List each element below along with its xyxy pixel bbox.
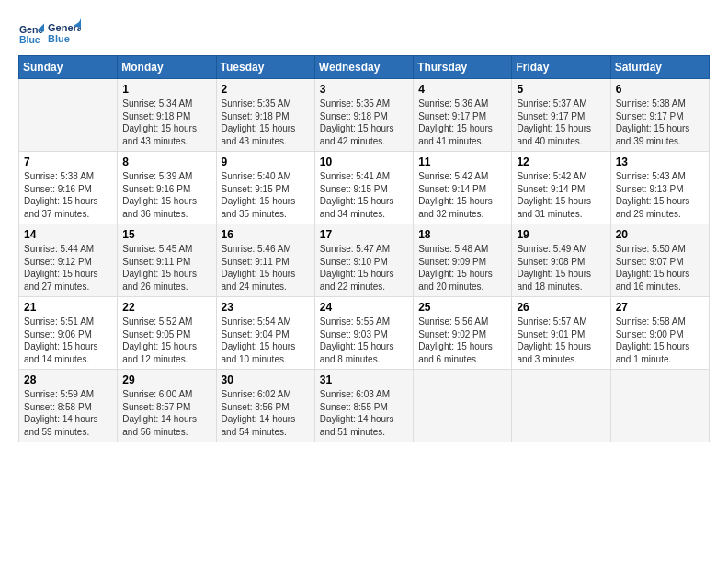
day-info: Sunrise: 5:58 AM Sunset: 9:00 PM Dayligh… xyxy=(616,316,704,365)
main-container: General Blue General Blue Sunda xyxy=(0,0,728,452)
header-day-wednesday: Wednesday xyxy=(314,56,413,79)
logo-bird-icon: General Blue xyxy=(48,17,81,50)
calendar-cell: 26Sunrise: 5:57 AM Sunset: 9:01 PM Dayli… xyxy=(512,297,610,370)
calendar-cell: 22Sunrise: 5:52 AM Sunset: 9:05 PM Dayli… xyxy=(118,297,216,370)
day-info: Sunrise: 5:34 AM Sunset: 9:18 PM Dayligh… xyxy=(122,98,210,147)
calendar-cell: 2Sunrise: 5:35 AM Sunset: 9:18 PM Daylig… xyxy=(216,79,314,152)
calendar-cell: 18Sunrise: 5:48 AM Sunset: 9:09 PM Dayli… xyxy=(414,224,512,297)
day-info: Sunrise: 5:50 AM Sunset: 9:07 PM Dayligh… xyxy=(616,243,704,293)
day-number: 15 xyxy=(122,228,210,241)
day-number: 28 xyxy=(24,373,112,386)
day-number: 4 xyxy=(418,83,506,96)
calendar-cell: 10Sunrise: 5:41 AM Sunset: 9:15 PM Dayli… xyxy=(314,152,413,224)
calendar-cell: 16Sunrise: 5:46 AM Sunset: 9:11 PM Dayli… xyxy=(216,224,314,297)
week-row-2: 7Sunrise: 5:38 AM Sunset: 9:16 PM Daylig… xyxy=(19,152,710,224)
day-number: 2 xyxy=(222,83,310,96)
day-number: 17 xyxy=(320,228,408,241)
calendar-cell xyxy=(610,370,709,442)
day-number: 29 xyxy=(122,373,210,386)
day-info: Sunrise: 5:44 AM Sunset: 9:12 PM Dayligh… xyxy=(24,243,112,293)
header-row: General Blue General Blue xyxy=(18,17,710,50)
day-info: Sunrise: 5:54 AM Sunset: 9:04 PM Dayligh… xyxy=(222,316,310,365)
header-day-thursday: Thursday xyxy=(414,56,512,79)
day-info: Sunrise: 5:56 AM Sunset: 9:02 PM Dayligh… xyxy=(418,316,506,365)
day-info: Sunrise: 5:35 AM Sunset: 9:18 PM Dayligh… xyxy=(222,98,310,147)
day-info: Sunrise: 5:35 AM Sunset: 9:18 PM Dayligh… xyxy=(320,98,408,147)
calendar-cell: 12Sunrise: 5:42 AM Sunset: 9:14 PM Dayli… xyxy=(512,152,610,224)
calendar-table: SundayMondayTuesdayWednesdayThursdayFrid… xyxy=(18,55,710,442)
day-number: 24 xyxy=(320,301,408,314)
day-info: Sunrise: 5:41 AM Sunset: 9:15 PM Dayligh… xyxy=(320,170,408,220)
day-info: Sunrise: 5:46 AM Sunset: 9:11 PM Dayligh… xyxy=(222,243,310,293)
day-info: Sunrise: 6:02 AM Sunset: 8:56 PM Dayligh… xyxy=(222,388,310,438)
day-number: 19 xyxy=(517,228,605,241)
calendar-cell: 8Sunrise: 5:39 AM Sunset: 9:16 PM Daylig… xyxy=(118,152,216,224)
day-info: Sunrise: 5:49 AM Sunset: 9:08 PM Dayligh… xyxy=(517,243,605,293)
day-number: 1 xyxy=(122,83,210,96)
day-info: Sunrise: 5:42 AM Sunset: 9:14 PM Dayligh… xyxy=(517,170,605,220)
day-info: Sunrise: 5:42 AM Sunset: 9:14 PM Dayligh… xyxy=(418,170,506,220)
day-info: Sunrise: 5:48 AM Sunset: 9:09 PM Dayligh… xyxy=(418,243,506,293)
svg-text:General: General xyxy=(48,22,81,33)
day-info: Sunrise: 5:45 AM Sunset: 9:11 PM Dayligh… xyxy=(122,243,210,293)
calendar-cell: 15Sunrise: 5:45 AM Sunset: 9:11 PM Dayli… xyxy=(118,224,216,297)
day-number: 9 xyxy=(222,155,310,168)
calendar-cell: 31Sunrise: 6:03 AM Sunset: 8:55 PM Dayli… xyxy=(314,370,413,442)
day-number: 23 xyxy=(222,301,310,314)
day-number: 21 xyxy=(24,301,112,314)
calendar-cell xyxy=(512,370,610,442)
day-info: Sunrise: 5:59 AM Sunset: 8:58 PM Dayligh… xyxy=(24,388,112,438)
calendar-cell: 29Sunrise: 6:00 AM Sunset: 8:57 PM Dayli… xyxy=(118,370,216,442)
calendar-cell: 14Sunrise: 5:44 AM Sunset: 9:12 PM Dayli… xyxy=(19,224,118,297)
day-number: 10 xyxy=(320,155,408,168)
header-row-days: SundayMondayTuesdayWednesdayThursdayFrid… xyxy=(19,56,710,79)
day-number: 6 xyxy=(616,83,704,96)
day-number: 14 xyxy=(24,228,112,241)
day-number: 5 xyxy=(517,83,605,96)
day-info: Sunrise: 5:55 AM Sunset: 9:03 PM Dayligh… xyxy=(320,316,408,365)
calendar-cell: 17Sunrise: 5:47 AM Sunset: 9:10 PM Dayli… xyxy=(314,224,413,297)
calendar-cell: 20Sunrise: 5:50 AM Sunset: 9:07 PM Dayli… xyxy=(610,224,709,297)
calendar-cell: 19Sunrise: 5:49 AM Sunset: 9:08 PM Dayli… xyxy=(512,224,610,297)
day-number: 31 xyxy=(320,373,408,386)
day-number: 20 xyxy=(616,228,704,241)
calendar-cell: 28Sunrise: 5:59 AM Sunset: 8:58 PM Dayli… xyxy=(19,370,118,442)
day-info: Sunrise: 5:52 AM Sunset: 9:05 PM Dayligh… xyxy=(122,316,210,365)
header-day-sunday: Sunday xyxy=(19,56,118,79)
day-number: 18 xyxy=(418,228,506,241)
day-number: 26 xyxy=(517,301,605,314)
calendar-cell: 4Sunrise: 5:36 AM Sunset: 9:17 PM Daylig… xyxy=(414,79,512,152)
day-number: 22 xyxy=(122,301,210,314)
header-day-tuesday: Tuesday xyxy=(216,56,314,79)
day-info: Sunrise: 5:37 AM Sunset: 9:17 PM Dayligh… xyxy=(517,98,605,147)
day-info: Sunrise: 5:38 AM Sunset: 9:16 PM Dayligh… xyxy=(24,170,112,220)
svg-text:Blue: Blue xyxy=(19,34,40,45)
calendar-cell: 21Sunrise: 5:51 AM Sunset: 9:06 PM Dayli… xyxy=(19,297,118,370)
day-info: Sunrise: 5:57 AM Sunset: 9:01 PM Dayligh… xyxy=(517,316,605,365)
calendar-cell: 11Sunrise: 5:42 AM Sunset: 9:14 PM Dayli… xyxy=(414,152,512,224)
week-row-1: 1Sunrise: 5:34 AM Sunset: 9:18 PM Daylig… xyxy=(19,79,710,152)
day-number: 3 xyxy=(320,83,408,96)
day-info: Sunrise: 5:40 AM Sunset: 9:15 PM Dayligh… xyxy=(222,170,310,220)
calendar-cell: 30Sunrise: 6:02 AM Sunset: 8:56 PM Dayli… xyxy=(216,370,314,442)
header-day-friday: Friday xyxy=(512,56,610,79)
week-row-5: 28Sunrise: 5:59 AM Sunset: 8:58 PM Dayli… xyxy=(19,370,710,442)
day-number: 25 xyxy=(418,301,506,314)
day-info: Sunrise: 5:47 AM Sunset: 9:10 PM Dayligh… xyxy=(320,243,408,293)
logo-icon: General Blue xyxy=(18,20,44,46)
header-day-monday: Monday xyxy=(118,56,216,79)
calendar-cell: 23Sunrise: 5:54 AM Sunset: 9:04 PM Dayli… xyxy=(216,297,314,370)
calendar-cell: 27Sunrise: 5:58 AM Sunset: 9:00 PM Dayli… xyxy=(610,297,709,370)
day-info: Sunrise: 5:51 AM Sunset: 9:06 PM Dayligh… xyxy=(24,316,112,365)
calendar-cell: 24Sunrise: 5:55 AM Sunset: 9:03 PM Dayli… xyxy=(314,297,413,370)
day-number: 11 xyxy=(418,155,506,168)
day-number: 13 xyxy=(616,155,704,168)
calendar-cell: 3Sunrise: 5:35 AM Sunset: 9:18 PM Daylig… xyxy=(314,79,413,152)
calendar-body: 1Sunrise: 5:34 AM Sunset: 9:18 PM Daylig… xyxy=(19,79,710,442)
week-row-3: 14Sunrise: 5:44 AM Sunset: 9:12 PM Dayli… xyxy=(19,224,710,297)
day-number: 27 xyxy=(616,301,704,314)
header-day-saturday: Saturday xyxy=(610,56,709,79)
calendar-cell: 9Sunrise: 5:40 AM Sunset: 9:15 PM Daylig… xyxy=(216,152,314,224)
day-info: Sunrise: 6:03 AM Sunset: 8:55 PM Dayligh… xyxy=(320,388,408,438)
calendar-cell xyxy=(19,79,118,152)
